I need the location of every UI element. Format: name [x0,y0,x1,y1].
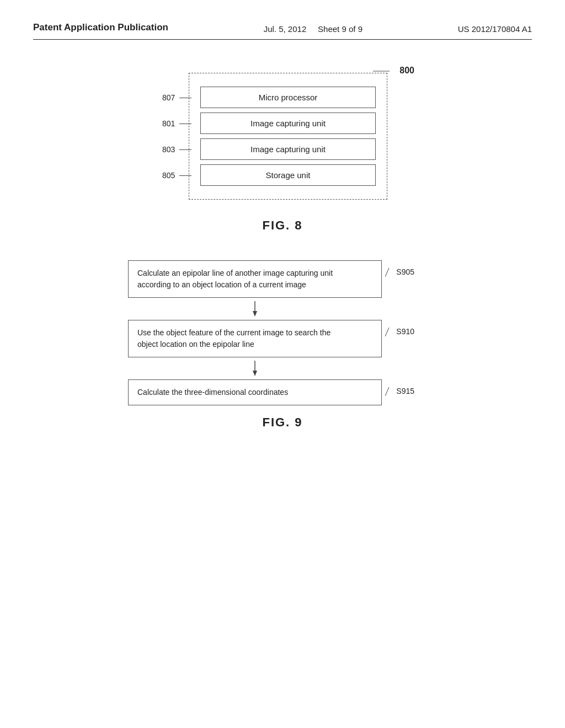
fig8-diagram: 800 807 Micro processor 801 Im [156,73,409,200]
fig8-outer-label: 800 [373,66,414,77]
fig8-label-803: 803 [162,145,191,154]
flow-box-s905: Calculate an epipolar line of another im… [128,260,382,298]
svg-line-4 [385,328,389,336]
fig8-label-807: 807 [162,93,191,102]
fig8-block-803: 803 Image capturing unit [200,138,376,160]
svg-marker-3 [253,311,257,317]
page-header: Patent Application Publication Jul. 5, 2… [33,22,532,40]
flow-row-s910: Use the object feature of the current im… [128,320,437,357]
flow-row-s915: Calculate the three-dimensional coordina… [128,379,437,405]
svg-line-7 [385,387,389,396]
fig8-caption: FIG. 8 [262,218,302,233]
sheet-info: Sheet 9 of 9 [318,24,363,34]
patent-number: US 2012/170804 A1 [458,22,532,34]
flow-box-s910: Use the object feature of the current im… [128,320,382,357]
patent-page: Patent Application Publication Jul. 5, 2… [0,0,565,728]
publication-title: Patent Application Publication [33,22,168,33]
step-label-s915: S915 [385,386,414,397]
fig8-block-801: 801 Image capturing unit [200,113,376,134]
arrow-s905-s910 [128,298,382,320]
fig8-label-801: 801 [162,119,191,128]
flow-box-s915: Calculate the three-dimensional coordina… [128,379,382,405]
svg-line-1 [385,268,389,277]
fig9-section: Calculate an epipolar line of another im… [33,260,532,430]
fig8-block-807: 807 Micro processor [200,87,376,108]
publication-date: Jul. 5, 2012 [264,24,307,34]
arrow-s910-s915 [128,357,382,379]
fig9-caption: FIG. 9 [262,415,302,430]
fig8-outer-box: 800 807 Micro processor 801 Im [189,73,387,200]
fig9-flowchart: Calculate an epipolar line of another im… [128,260,437,405]
header-date-sheet: Jul. 5, 2012 Sheet 9 of 9 [264,22,363,34]
svg-marker-6 [253,371,257,376]
step-label-s910: S910 [385,326,414,338]
flow-row-s905: Calculate an epipolar line of another im… [128,260,437,298]
fig8-section: 800 807 Micro processor 801 Im [33,73,532,233]
fig8-block-805: 805 Storage unit [200,164,376,186]
step-label-s905: S905 [385,266,414,278]
fig8-label-805: 805 [162,171,191,180]
